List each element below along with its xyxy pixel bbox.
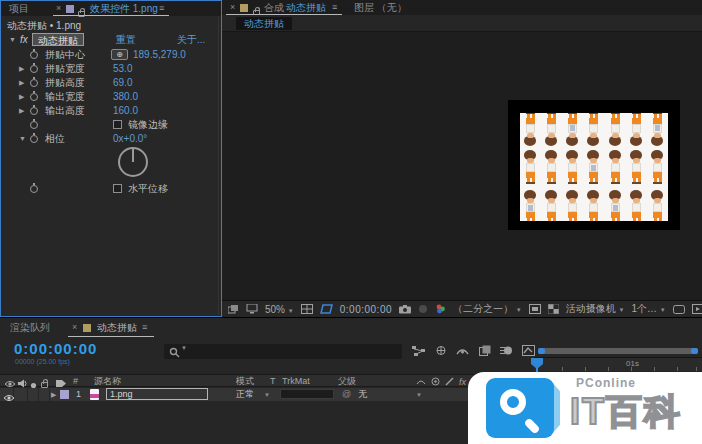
tab-composition-name[interactable]: 动态拼贴 [286,0,326,15]
always-preview-icon[interactable] [228,304,239,315]
composition-icon [240,4,248,12]
blend-mode-select[interactable]: 正常 [236,388,254,401]
tile-character [541,185,562,221]
resolution-select[interactable]: （二分之一） ▼ [453,302,522,316]
tab-render-queue[interactable]: 渲染队列 [10,318,50,337]
trkmat-column-header[interactable]: TrkMat [282,375,310,388]
panel-menu-icon[interactable]: ≡ [159,1,164,16]
zoom-level-select[interactable]: 50% ▼ [265,304,294,315]
tab-project[interactable]: 项目 [9,1,29,16]
trkmat-t-header[interactable]: T [270,375,276,388]
expand-layer-icon[interactable]: ▶ [51,388,56,401]
tab-effect-controls[interactable]: 效果控件 1.png [90,1,158,16]
snapshot-camera-icon[interactable] [399,304,411,315]
parent-pickwhip-icon[interactable]: @ [342,388,351,401]
fx-badge-icon[interactable]: fx [20,32,28,47]
mask-visibility-icon[interactable] [320,304,333,315]
expand-property-icon[interactable]: ▶ [19,62,24,76]
graph-editor-icon[interactable] [522,345,535,356]
reset-effect-link[interactable]: 重置 [116,32,136,47]
collapse-effect-icon[interactable]: ▼ [9,32,16,47]
parent-select[interactable]: 无 [358,388,367,401]
property-value[interactable]: 53.0 [113,62,132,76]
time-ruler[interactable]: 01s [534,357,702,371]
stopwatch-icon[interactable] [30,79,38,87]
layer-row[interactable]: ▶ 1 1.png 正常 ▼ @ 无 ▼ [0,388,531,401]
layer-name[interactable]: 1.png [106,388,208,400]
close-tab-icon[interactable]: × [72,318,77,337]
angle-dial[interactable] [118,147,148,177]
expand-property-icon[interactable]: ▶ [19,76,24,90]
effect-panel-scrollbar[interactable] [218,17,219,315]
property-checkbox[interactable] [113,120,122,129]
collapse-property-icon[interactable]: ▼ [19,132,26,146]
close-tab-icon[interactable]: × [230,0,235,15]
mode-column-header[interactable]: 模式 [236,375,254,388]
layer-label-color[interactable] [60,390,69,399]
layer-visibility-eye-icon[interactable] [3,391,15,404]
timeline-search[interactable]: ▼ [164,344,402,359]
composition-breadcrumb-bar: 动态拼贴 [222,15,702,32]
panel-menu-icon[interactable]: ≡ [332,0,337,15]
property-value[interactable]: 160.0 [113,104,138,118]
trkmat-select[interactable] [280,389,334,399]
composition-viewer[interactable] [222,32,702,300]
stopwatch-icon[interactable] [30,51,38,59]
effect-context-label: 动态拼贴 • 1.png [7,19,81,33]
property-value[interactable]: 0x+0.0° [113,132,147,146]
breadcrumb-comp-button[interactable]: 动态拼贴 [236,17,292,30]
parent-column-header[interactable]: 父级 [338,375,356,388]
property-value[interactable]: 380.0 [113,90,138,104]
expand-property-icon[interactable]: ▶ [19,104,24,118]
expand-property-icon[interactable]: ▶ [19,90,24,104]
frame-blending-icon[interactable] [478,345,491,356]
about-effect-link[interactable]: 关于... [177,32,205,47]
property-checkbox[interactable] [113,184,122,193]
preview-timecode[interactable]: 0:00:00:00 [340,304,392,315]
view-layout-select[interactable]: 1个… ▼ [631,302,665,316]
fast-previews-icon[interactable] [692,304,702,315]
tab-timeline-comp[interactable]: 动态拼贴 [97,318,137,337]
effect-name[interactable]: 动态拼贴 [32,33,84,46]
monitor-icon[interactable] [246,304,258,315]
navigator-end-handle[interactable] [691,348,698,354]
tab-layer[interactable]: 图层 （无） [354,0,407,15]
region-of-interest-icon[interactable] [529,304,541,315]
chevron-down-icon: ▼ [619,307,625,313]
shy-layers-icon[interactable] [456,345,469,356]
time-navigator[interactable] [538,348,698,354]
panel-menu-icon[interactable]: ≡ [142,318,147,337]
transparency-grid-icon[interactable] [548,304,559,315]
navigator-start-handle[interactable] [538,348,545,354]
stopwatch-icon[interactable] [30,121,38,129]
tile-character [541,149,562,185]
stopwatch-icon[interactable] [30,65,38,73]
stopwatch-icon[interactable] [30,185,38,193]
chevron-down-icon: ▼ [516,307,522,313]
layer-index: 1 [76,388,81,401]
active-camera-select[interactable]: 活动摄像机 ▼ [566,302,625,316]
current-timecode[interactable]: 0:00:00:00 [14,340,97,357]
stopwatch-icon[interactable] [30,107,38,115]
source-name-column-header[interactable]: 源名称 [94,375,121,388]
chevron-down-icon: ▼ [181,345,187,351]
close-tab-icon[interactable]: × [56,1,61,16]
search-input[interactable] [190,345,390,357]
grid-guides-icon[interactable] [301,304,313,315]
show-snapshot-icon[interactable] [418,304,428,315]
property-value[interactable]: 69.0 [113,76,132,90]
pixel-aspect-icon[interactable] [673,304,685,315]
point-picker-button[interactable]: ⊕ [111,49,128,60]
draft-3d-icon[interactable] [434,345,447,356]
chevron-down-icon: ▼ [660,307,666,313]
property-value[interactable]: 189.5,279.0 [133,48,186,62]
tile-character [626,185,647,221]
mini-flowchart-icon[interactable] [412,345,425,356]
show-channels-icon[interactable] [435,304,446,315]
motion-blur-icon[interactable] [500,345,513,356]
effect-property-row: 镜像边缘 [1,118,221,132]
index-column-header[interactable]: # [73,375,78,388]
effect-controls-panel: 项目 × 效果控件 1.png ≡ 动态拼贴 • 1.png ▼ fx 动态拼贴… [0,0,222,317]
stopwatch-icon[interactable] [30,135,38,143]
stopwatch-icon[interactable] [30,93,38,101]
